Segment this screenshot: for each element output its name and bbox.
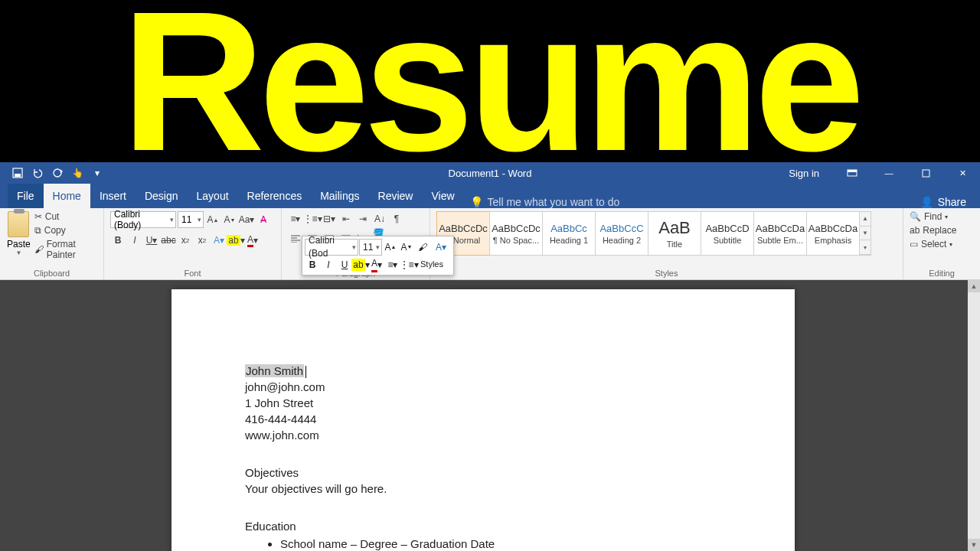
mini-numbering[interactable]: ⋮≡▾ [401,257,416,272]
titlebar: 👆 ▾ Document1 - Word Sign in — ✕ [0,162,980,184]
tab-layout[interactable]: Layout [188,184,238,208]
share-button[interactable]: 👤 Share [920,196,980,208]
multilevel-button[interactable]: ⊟▾ [322,211,337,227]
qat-more-icon[interactable]: ▾ [90,166,104,180]
banner: Resume [0,0,980,162]
tab-references[interactable]: References [238,184,312,208]
redo-icon[interactable] [51,166,64,180]
mini-shrink-font[interactable]: A▼ [399,240,414,255]
paste-button[interactable]: Paste ▼ [6,211,31,260]
minimize-button[interactable]: — [871,162,906,184]
tab-view[interactable]: View [422,184,463,208]
cut-label: Cut [45,211,60,222]
tab-insert[interactable]: Insert [90,184,136,208]
style-preview: AaBbCcC [599,223,643,234]
tab-review[interactable]: Review [369,184,423,208]
maximize-button[interactable] [908,162,943,184]
show-marks-button[interactable]: ¶ [389,211,404,227]
increase-indent-button[interactable]: ⇥ [355,211,371,227]
objectives-text[interactable]: Your objectives will go here. [245,481,721,497]
grow-font-button[interactable]: A▲ [205,212,220,227]
style-name: Heading 1 [550,236,588,245]
style--no-spac-[interactable]: AaBbCcDc¶ No Spac... [489,211,543,256]
style-title[interactable]: AaBTitle [648,211,701,256]
mini-font-color[interactable]: A▾ [369,257,384,272]
doc-website[interactable]: www.john.com [245,427,721,443]
bold-button[interactable]: B [110,233,126,248]
sign-in-link[interactable]: Sign in [775,168,833,179]
clear-formatting-button[interactable]: A̶ [256,212,271,227]
underline-button[interactable]: U▾ [144,233,159,248]
save-icon[interactable] [11,166,24,180]
align-left-button[interactable] [288,231,303,246]
style-name: Title [667,240,682,249]
numbering-button[interactable]: ⋮≡▾ [305,211,320,227]
touch-mode-icon[interactable]: 👆 [70,166,84,180]
doc-street[interactable]: 1 John Street [245,395,721,411]
mini-grow-font[interactable]: A▲ [383,240,398,255]
style-emphasis[interactable]: AaBbCcDaEmphasis [806,211,860,256]
style-heading-2[interactable]: AaBbCcCHeading 2 [595,211,648,256]
style-preview: AaBbCc [550,223,587,234]
style-subtitle[interactable]: AaBbCcDSubtitle [701,211,754,256]
tab-mailings[interactable]: Mailings [311,184,368,208]
scroll-up-icon[interactable]: ▲ [968,280,980,292]
close-button[interactable]: ✕ [945,162,980,184]
scroll-down-icon[interactable]: ▼ [968,539,980,551]
text-effects-button[interactable]: A▾ [211,233,227,248]
style-heading-1[interactable]: AaBbCcHeading 1 [542,211,596,256]
vertical-scrollbar[interactable]: ▲ ▼ [968,280,980,551]
mini-styles-icon[interactable]: A▾ [431,240,451,255]
decrease-indent-button[interactable]: ⇤ [338,211,354,227]
clipboard-group-label: Clipboard [6,269,97,279]
tab-design[interactable]: Design [136,184,188,208]
replace-button[interactable]: abReplace [910,225,974,236]
change-case-button[interactable]: Aa▾ [239,212,254,227]
search-icon: 🔍 [910,211,921,222]
editing-group-label: Editing [910,269,974,279]
font-name-combo[interactable]: Calibri (Body) [110,211,176,228]
ribbon-display-icon[interactable] [835,162,870,184]
mini-bullets[interactable]: ≡▾ [385,257,400,272]
group-editing: 🔍Find▾ abReplace ▭Select▾ Editing [903,208,980,279]
doc-email[interactable]: john@john.com [245,379,721,395]
copy-button[interactable]: ⧉Copy [34,225,97,236]
font-size-combo[interactable]: 11 [178,211,204,228]
style-name: Subtitle [714,236,742,245]
highlight-button[interactable]: ab▾ [228,233,243,248]
group-styles: AaBbCcDc¶ NormalAaBbCcDc¶ No Spac...AaBb… [430,208,903,279]
style-subtle-em-[interactable]: AaBbCcDaSubtle Em... [753,211,807,256]
mini-font-combo[interactable]: Calibri (Bod [305,239,358,256]
italic-button[interactable]: I [127,233,142,248]
subscript-button[interactable]: x2 [178,233,193,248]
cut-button[interactable]: ✂Cut [34,211,97,222]
mini-format-painter[interactable]: 🖌 [415,240,430,255]
tell-me-search[interactable]: 💡 Tell me what you want to do [470,196,620,208]
style-preview: AaBbCcDa [756,223,805,234]
ribbon: Paste ▼ ✂Cut ⧉Copy 🖌Format Painter Clipb… [0,208,980,280]
styles-scroll[interactable]: ▲▼▾ [859,211,871,256]
group-clipboard: Paste ▼ ✂Cut ⧉Copy 🖌Format Painter Clipb… [0,208,104,279]
bullets-button[interactable]: ≡▾ [288,211,303,227]
tab-home[interactable]: Home [44,184,90,208]
format-painter-button[interactable]: 🖌Format Painter [34,239,97,260]
select-button[interactable]: ▭Select▾ [910,239,974,249]
document-page[interactable]: John Smith john@john.com 1 John Street 4… [172,289,795,551]
doc-phone[interactable]: 416-444-4444 [245,411,721,427]
mini-styles-button[interactable]: Styles [417,257,446,272]
education-heading[interactable]: Education [245,518,721,534]
mini-highlight[interactable]: ab▾ [353,257,368,272]
strikethrough-button[interactable]: abc [161,233,176,248]
mini-size-combo[interactable]: 11 [359,239,382,256]
font-color-button[interactable]: A▾ [245,233,260,248]
undo-icon[interactable] [31,166,44,180]
education-list[interactable]: School name – Degree – Graduation Date [245,536,721,551]
objectives-heading[interactable]: Objectives [245,465,721,481]
tab-file[interactable]: File [8,184,44,208]
superscript-button[interactable]: x2 [194,233,210,248]
doc-name-line[interactable]: John Smith [245,363,721,379]
sort-button[interactable]: A↓ [372,211,387,227]
education-item[interactable]: School name – Degree – Graduation Date [280,536,721,551]
shrink-font-button[interactable]: A▼ [222,212,237,227]
find-button[interactable]: 🔍Find▾ [910,211,974,222]
